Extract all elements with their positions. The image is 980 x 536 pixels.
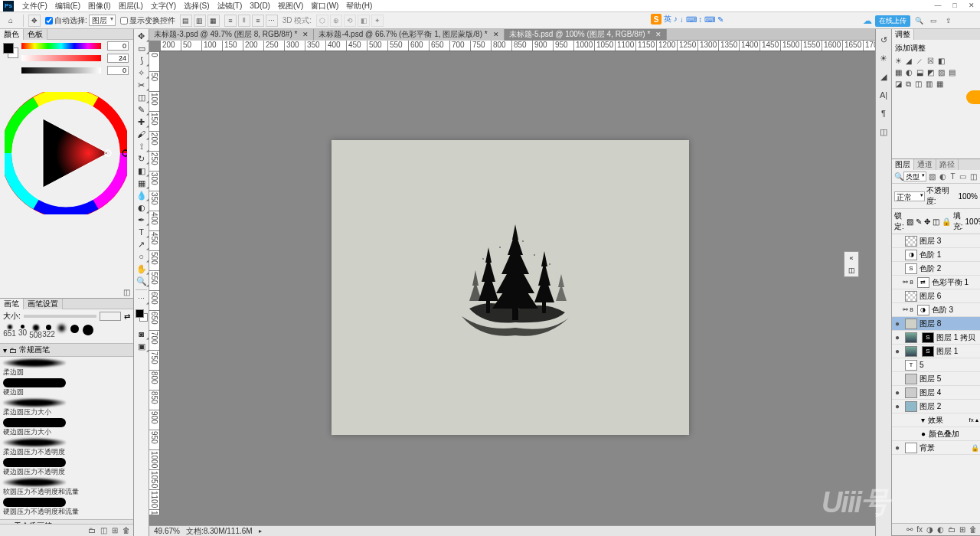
lock-all-icon[interactable]: 🔒 bbox=[942, 217, 951, 226]
doc-tab[interactable]: 未标题-3.psd @ 49.7% (图层 8, RGB/8#) *✕ bbox=[149, 29, 314, 41]
menu-view[interactable]: 视图(V) bbox=[274, 1, 307, 11]
tab-swatches[interactable]: 色板 bbox=[24, 29, 47, 40]
move-tool-icon[interactable]: ✥ bbox=[135, 30, 149, 42]
menu-filter[interactable]: 滤镜(T) bbox=[214, 1, 247, 11]
auto-select-dropdown[interactable]: 图层 bbox=[89, 15, 116, 26]
brightness-icon[interactable]: ☀ bbox=[877, 52, 890, 64]
path-tool-icon[interactable]: ↗ bbox=[135, 238, 149, 250]
group-icon[interactable]: 🗀 bbox=[948, 525, 956, 534]
brush-item[interactable]: 硬圆压力不透明度和流量 bbox=[3, 498, 130, 517]
layer-row[interactable]: ●背景🔒 bbox=[892, 441, 980, 455]
eraser-tool-icon[interactable]: ◧ bbox=[135, 165, 149, 177]
layer-row[interactable]: 图层 5 bbox=[892, 372, 980, 386]
bri-slider[interactable] bbox=[21, 67, 101, 74]
floating-view-toggle[interactable]: « ◫ bbox=[844, 251, 859, 277]
menu-image[interactable]: 图像(I) bbox=[84, 1, 114, 11]
lock-paint-icon[interactable]: ✎ bbox=[916, 217, 922, 226]
sat-value[interactable]: 24 bbox=[107, 54, 129, 63]
adj-icon[interactable]: ▤ bbox=[949, 68, 956, 77]
brush-size-input[interactable] bbox=[100, 312, 121, 321]
layer-row[interactable]: ⚯ 8⇄色彩平衡 1 bbox=[892, 276, 980, 289]
marquee-tool-icon[interactable]: ▭ bbox=[135, 42, 149, 54]
hue-slider[interactable] bbox=[21, 43, 101, 49]
adj-icon[interactable]: ▦ bbox=[895, 68, 902, 77]
brush-new-icon[interactable]: ◫ bbox=[100, 526, 107, 534]
fill-value[interactable]: 100% bbox=[965, 217, 980, 226]
more-icon[interactable]: ⋯ bbox=[266, 15, 278, 27]
lock-artboard-icon[interactable]: ◫ bbox=[933, 217, 939, 226]
layer-row[interactable]: ⚯ 8◑色阶 3 bbox=[892, 303, 980, 317]
workspace-icon[interactable]: ▭ bbox=[928, 15, 939, 27]
layer-row[interactable]: ●图层 4 bbox=[892, 386, 980, 400]
adj-icon[interactable]: ◐ bbox=[906, 68, 913, 77]
distribute-icon[interactable]: ≡ bbox=[252, 15, 264, 27]
link-icon[interactable]: ⚯ bbox=[906, 525, 913, 534]
close-icon[interactable]: ✕ bbox=[493, 31, 499, 38]
artboard[interactable] bbox=[332, 140, 689, 435]
layer-row[interactable]: ●S图层 1 bbox=[892, 345, 980, 358]
pen-tool-icon[interactable]: ✒ bbox=[135, 214, 149, 226]
layer-row[interactable]: ●图层 2 bbox=[892, 400, 980, 413]
screenmode-icon[interactable]: ▣ bbox=[135, 340, 149, 352]
side-badge-icon[interactable] bbox=[966, 90, 980, 104]
distribute-icon[interactable]: ≡ bbox=[224, 15, 237, 27]
window-maximize-icon[interactable]: □ bbox=[946, 0, 963, 11]
adj-icon[interactable]: ◩ bbox=[927, 68, 934, 77]
hue-value[interactable]: 0 bbox=[107, 41, 129, 51]
blend-mode-dropdown[interactable]: 正常 bbox=[894, 191, 925, 201]
adj-icon[interactable]: ◢ bbox=[906, 57, 912, 65]
adj-icon[interactable]: ☒ bbox=[927, 57, 934, 65]
new-layer-icon[interactable]: ⊞ bbox=[959, 525, 965, 534]
filter-smart-icon[interactable]: ◫ bbox=[969, 172, 978, 181]
brush-cat-general[interactable]: ▾🗀常规画笔 bbox=[0, 343, 133, 357]
folder-icon[interactable]: 🗀 bbox=[88, 526, 96, 534]
zoom-value[interactable]: 49.67% bbox=[154, 527, 180, 535]
frame-tool-icon[interactable]: ◫ bbox=[135, 91, 149, 103]
quickmask-icon[interactable]: ◙ bbox=[135, 328, 149, 340]
tab-paths[interactable]: 路径 bbox=[936, 159, 959, 170]
history-panel-icon[interactable]: ↺ bbox=[877, 34, 890, 46]
lock-pos-icon[interactable]: ✥ bbox=[924, 217, 930, 226]
adj-icon[interactable]: ◫ bbox=[915, 80, 922, 89]
export-icon[interactable]: ⇪ bbox=[942, 15, 954, 27]
ruler-vertical[interactable]: 0501001502002503003504004505005506006507… bbox=[149, 51, 160, 515]
search-icon[interactable]: 🔍 bbox=[913, 15, 925, 27]
filter-icon[interactable]: 🔍 bbox=[894, 172, 902, 181]
new-icon[interactable]: ⊞ bbox=[112, 526, 118, 534]
shape-tool-icon[interactable]: ○ bbox=[135, 250, 149, 263]
align-right-icon[interactable]: ▦ bbox=[207, 15, 220, 27]
layer-row[interactable]: 图层 6 bbox=[892, 289, 980, 303]
adj-icon[interactable]: ⧉ bbox=[906, 80, 911, 89]
color-wheel[interactable] bbox=[5, 92, 127, 214]
ruler-horizontal[interactable]: 2005010015020025030035040045050055060065… bbox=[160, 41, 875, 51]
tab-brush-settings[interactable]: 画笔设置 bbox=[24, 299, 63, 309]
menu-window[interactable]: 窗口(W) bbox=[307, 1, 342, 11]
window-minimize-icon[interactable]: ― bbox=[929, 0, 946, 11]
fg-bg-swatch[interactable] bbox=[134, 308, 149, 328]
brush-item[interactable]: 柔边圆压力大小 bbox=[3, 398, 130, 417]
cloud-icon[interactable]: ☁ bbox=[863, 15, 872, 26]
paragraph-icon[interactable]: ¶ bbox=[877, 107, 890, 119]
doc-tab[interactable]: 未标题-4.psd @ 66.7% (色彩平衡 1, 图层蒙版/8) *✕ bbox=[314, 29, 504, 41]
hand-tool-icon[interactable]: ✋ bbox=[135, 263, 149, 275]
eyedropper-tool-icon[interactable]: ✎ bbox=[135, 103, 149, 116]
filter-text-icon[interactable]: T bbox=[949, 172, 957, 181]
menu-file[interactable]: 文件(F) bbox=[18, 1, 51, 11]
heal-tool-icon[interactable]: ✚ bbox=[135, 116, 149, 128]
tab-brush[interactable]: 画笔 bbox=[0, 299, 24, 309]
zoom-tool-icon[interactable]: 🔍 bbox=[135, 275, 149, 287]
layer-row[interactable]: ●S图层 1 拷贝 bbox=[892, 331, 980, 345]
move-tool-icon[interactable]: ✥ bbox=[28, 15, 41, 27]
sogou-icon[interactable]: S bbox=[651, 14, 662, 25]
layer-row[interactable]: ●图层 8 bbox=[892, 317, 980, 331]
brush-item[interactable]: 柔边圆压力不透明度 bbox=[3, 438, 130, 457]
menu-3d[interactable]: 3D(D) bbox=[246, 2, 274, 10]
layer-row[interactable]: S色阶 2 bbox=[892, 262, 980, 276]
menu-text[interactable]: 文字(Y) bbox=[147, 1, 180, 11]
status-menu-icon[interactable]: ▸ bbox=[259, 528, 262, 534]
tab-adjustments[interactable]: 调整 bbox=[892, 29, 914, 40]
history-brush-icon[interactable]: ↻ bbox=[135, 152, 149, 165]
blur-tool-icon[interactable]: 💧 bbox=[135, 189, 149, 201]
lasso-tool-icon[interactable]: ⟆ bbox=[135, 54, 149, 67]
trash-icon[interactable]: 🗑 bbox=[122, 526, 130, 534]
